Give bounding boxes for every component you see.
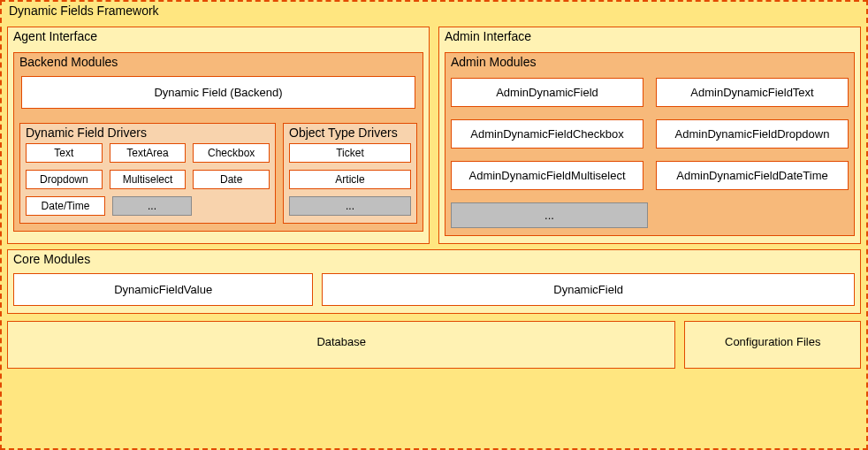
database-label: Database <box>316 335 366 348</box>
core-modules-row: DynamicFieldValue DynamicField <box>13 273 855 306</box>
driver-date: Date <box>193 170 270 189</box>
core-modules-panel: Core Modules DynamicFieldValue DynamicFi… <box>7 249 861 314</box>
driver-multiselect: Multiselect <box>110 170 187 189</box>
admin-modules-title: Admin Modules <box>451 53 849 72</box>
field-drivers-title: Dynamic Field Drivers <box>26 124 270 143</box>
storage-row: Database Configuration Files <box>7 321 861 369</box>
database-panel: Database <box>7 321 675 369</box>
admin-module-datetime: AdminDynamicFieldDateTime <box>656 161 849 190</box>
object-driver-ticket: Ticket <box>289 143 411 163</box>
admin-module-empty-slot <box>660 202 849 228</box>
admin-modules-panel: Admin Modules AdminDynamicField AdminDyn… <box>445 52 855 236</box>
object-driver-article: Article <box>289 170 411 189</box>
object-drivers-grid: Ticket Article ... <box>289 143 411 216</box>
object-drivers-title: Object Type Drivers <box>289 124 411 143</box>
admin-module-dropdown: AdminDynamicFieldDropdown <box>656 119 849 149</box>
agent-interface-panel: Agent Interface Backend Modules Dynamic … <box>7 27 430 244</box>
config-files-panel: Configuration Files <box>684 321 861 369</box>
core-module-dynamicfieldvalue: DynamicFieldValue <box>13 273 313 306</box>
object-driver-more: ... <box>289 196 411 216</box>
driver-empty-slot <box>199 196 270 216</box>
backend-modules-title: Backend Modules <box>19 53 417 72</box>
dynamic-fields-framework: Dynamic Fields Framework Agent Interface… <box>0 0 868 450</box>
admin-interface-title: Admin Interface <box>445 27 855 47</box>
field-drivers-panel: Dynamic Field Drivers Text TextArea Chec… <box>19 123 276 224</box>
admin-module-checkbox: AdminDynamicFieldCheckbox <box>451 119 643 149</box>
admin-module-dynamicfield: AdminDynamicField <box>451 78 643 107</box>
drivers-row: Dynamic Field Drivers Text TextArea Chec… <box>19 118 417 224</box>
core-module-dynamicfield: DynamicField <box>322 273 855 306</box>
admin-module-dynamicfieldtext: AdminDynamicFieldText <box>656 78 849 107</box>
admin-modules-grid: AdminDynamicField AdminDynamicFieldText … <box>451 78 849 228</box>
driver-dropdown: Dropdown <box>26 170 103 189</box>
object-drivers-panel: Object Type Drivers Ticket Article ... <box>283 123 417 224</box>
driver-text: Text <box>26 143 103 163</box>
field-drivers-grid: Text TextArea Checkbox Dropdown Multisel… <box>26 143 270 216</box>
admin-module-multiselect: AdminDynamicFieldMultiselect <box>451 161 643 190</box>
config-files-label: Configuration Files <box>725 335 820 348</box>
interfaces-row: Agent Interface Backend Modules Dynamic … <box>7 21 861 244</box>
dynamic-field-backend-box: Dynamic Field (Backend) <box>21 76 415 109</box>
backend-modules-panel: Backend Modules Dynamic Field (Backend) … <box>13 52 423 232</box>
agent-interface-title: Agent Interface <box>13 27 423 47</box>
admin-interface-panel: Admin Interface Admin Modules AdminDynam… <box>438 27 861 244</box>
driver-checkbox: Checkbox <box>193 143 270 163</box>
core-modules-title: Core Modules <box>13 250 855 270</box>
framework-title: Dynamic Fields Framework <box>7 2 861 21</box>
driver-textarea: TextArea <box>110 143 187 163</box>
admin-module-more: ... <box>451 202 648 228</box>
driver-more: ... <box>112 196 192 216</box>
driver-datetime: Date/Time <box>26 196 105 216</box>
